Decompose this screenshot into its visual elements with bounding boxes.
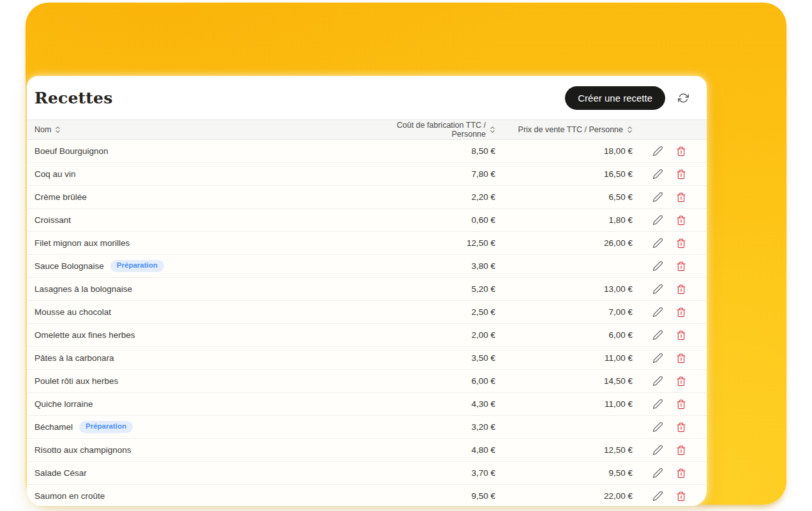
delete-button[interactable] — [675, 398, 688, 411]
recipe-name: Boeuf Bourguignon — [34, 146, 109, 156]
trash-icon — [676, 468, 686, 478]
delete-button[interactable] — [675, 352, 688, 365]
column-header-nom[interactable]: Nom — [27, 125, 361, 134]
pencil-icon — [652, 376, 663, 386]
delete-button[interactable] — [675, 283, 688, 296]
delete-button[interactable] — [675, 467, 688, 480]
price-value: 11,00 € — [508, 353, 645, 363]
recipe-name-cell: Boeuf Bourguignon — [27, 146, 361, 156]
table-row: Béchamel Préparation 3,20 € — [27, 416, 707, 439]
edit-button[interactable] — [651, 397, 665, 411]
price-value: 7,00 € — [508, 307, 645, 317]
recipe-name-cell: Salade César — [27, 468, 361, 478]
table-row: Croissant 0,60 € 1,80 € — [27, 209, 707, 232]
delete-button[interactable] — [675, 306, 688, 319]
row-actions — [645, 213, 707, 227]
recipe-name-cell: Filet mignon aux morilles — [27, 238, 361, 248]
recipe-name: Risotto aux champignons — [34, 445, 132, 455]
table-header-row: Nom Coût de fabrication TTC / Personne P… — [27, 119, 707, 140]
price-value: 13,00 € — [508, 284, 645, 294]
recipe-name-cell: Pâtes à la carbonara — [27, 353, 361, 363]
table-body: Boeuf Bourguignon 8,50 € 18,00 € — [27, 140, 707, 506]
column-label: Nom — [34, 125, 51, 134]
trash-icon — [676, 261, 686, 271]
page-title: Recettes — [34, 89, 113, 107]
delete-button[interactable] — [675, 168, 688, 181]
refresh-button[interactable] — [677, 91, 690, 105]
delete-button[interactable] — [675, 260, 688, 273]
delete-button[interactable] — [675, 490, 688, 503]
recipe-name: Crème brûlée — [34, 192, 87, 202]
edit-button[interactable] — [651, 328, 665, 342]
edit-button[interactable] — [651, 190, 665, 204]
recipe-name: Salade César — [34, 468, 87, 478]
edit-button[interactable] — [651, 213, 665, 227]
column-header-prix[interactable]: Prix de vente TTC / Personne — [508, 125, 645, 134]
recipe-name: Saumon en croûte — [34, 491, 105, 501]
pencil-icon — [652, 353, 663, 363]
edit-button[interactable] — [651, 489, 665, 503]
row-actions — [645, 466, 707, 480]
trash-icon — [676, 284, 686, 294]
pencil-icon — [652, 261, 663, 271]
trash-icon — [676, 399, 686, 409]
pencil-icon — [652, 215, 663, 225]
pencil-icon — [652, 491, 663, 501]
row-actions — [645, 236, 707, 250]
edit-button[interactable] — [651, 259, 665, 273]
cost-value: 5,20 € — [361, 284, 508, 294]
pencil-icon — [652, 192, 663, 202]
pencil-icon — [652, 422, 663, 432]
recipe-name: Lasagnes à la bolognaise — [34, 284, 132, 294]
cost-value: 3,50 € — [361, 353, 508, 363]
edit-button[interactable] — [651, 167, 665, 181]
header-actions: Créer une recette — [565, 86, 690, 110]
trash-icon — [676, 307, 686, 317]
edit-button[interactable] — [651, 374, 665, 388]
column-header-cout[interactable]: Coût de fabrication TTC / Personne — [361, 121, 508, 139]
create-recipe-button[interactable]: Créer une recette — [565, 86, 665, 110]
edit-button[interactable] — [651, 466, 665, 480]
row-actions — [645, 190, 707, 204]
edit-button[interactable] — [651, 144, 665, 158]
cost-value: 2,50 € — [361, 307, 508, 317]
price-value: 14,50 € — [508, 376, 645, 386]
table-row: Quiche lorraine 4,30 € 11,00 € — [27, 393, 707, 416]
cost-value: 6,00 € — [361, 376, 508, 386]
table-row: Lasagnes à la bolognaise 5,20 € 13,00 € — [27, 278, 707, 301]
edit-button[interactable] — [651, 443, 665, 457]
trash-icon — [676, 238, 686, 248]
trash-icon — [676, 192, 686, 202]
delete-button[interactable] — [675, 444, 688, 457]
table-row: Salade César 3,70 € 9,50 € — [27, 462, 707, 485]
delete-button[interactable] — [675, 237, 688, 250]
recipe-name-cell: Saumon en croûte — [27, 491, 361, 501]
cost-value: 3,80 € — [361, 261, 508, 271]
edit-button[interactable] — [651, 351, 665, 365]
table-row: Saumon en croûte 9,50 € 22,00 € — [27, 485, 707, 506]
delete-button[interactable] — [675, 214, 688, 227]
delete-button[interactable] — [675, 329, 688, 342]
cost-value: 3,20 € — [361, 422, 508, 432]
delete-button[interactable] — [675, 421, 688, 434]
row-actions — [645, 489, 707, 503]
row-actions — [645, 167, 707, 181]
table-row: Crème brûlée 2,20 € 6,50 € — [27, 186, 707, 209]
delete-button[interactable] — [675, 375, 688, 388]
edit-button[interactable] — [651, 305, 665, 319]
table-row: Coq au vin 7,80 € 16,50 € — [27, 163, 707, 186]
edit-button[interactable] — [651, 236, 665, 250]
cost-value: 12,50 € — [361, 238, 508, 248]
recipe-name: Filet mignon aux morilles — [34, 238, 130, 248]
delete-button[interactable] — [675, 191, 688, 204]
delete-button[interactable] — [675, 145, 688, 158]
recipe-name-cell: Mousse au chocolat — [27, 307, 361, 317]
edit-button[interactable] — [651, 282, 665, 296]
table-row: Boeuf Bourguignon 8,50 € 18,00 € — [27, 140, 707, 163]
edit-button[interactable] — [651, 420, 665, 434]
cost-value: 8,50 € — [361, 146, 508, 156]
card-header: Recettes Créer une recette — [27, 76, 707, 119]
pencil-icon — [652, 330, 663, 340]
row-actions — [645, 305, 707, 319]
trash-icon — [676, 169, 686, 179]
